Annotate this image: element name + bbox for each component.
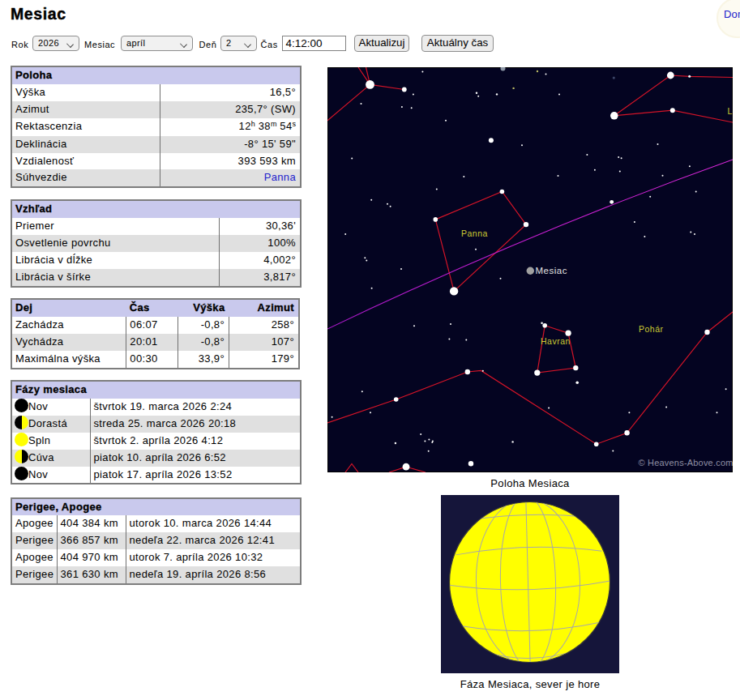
svg-text:Pohár: Pohár: [639, 324, 664, 334]
svg-text:Panna: Panna: [461, 228, 488, 238]
svg-text:© Heavens-Above.com: © Heavens-Above.com: [639, 458, 734, 467]
svg-text:Havran: Havran: [541, 336, 571, 346]
svg-text:Lev: Lev: [728, 106, 734, 116]
svg-text:Mesiac: Mesiac: [536, 266, 567, 275]
